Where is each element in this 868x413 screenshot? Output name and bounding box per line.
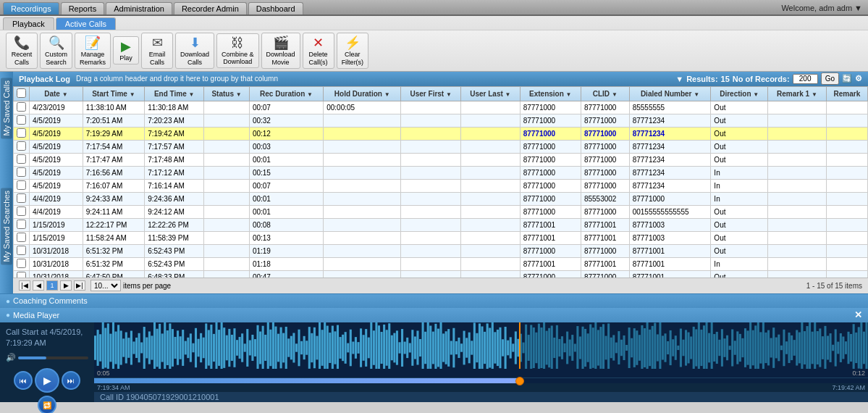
table-cell[interactable] [14,270,30,278]
tab-playback[interactable]: Playback [3,17,54,30]
nav-tab-reports[interactable]: Reports [61,2,105,14]
table-row[interactable]: 4/5/20197:20:51 AM7:20:23 AM00:328777100… [14,114,868,127]
coaching-panel[interactable]: ● Coaching Comments [0,293,868,308]
table-row[interactable]: 4/4/20199:24:33 AM9:24:36 AM00:018777100… [14,192,868,205]
row-checkbox[interactable] [17,180,26,190]
table-row[interactable]: 4/23/201911:38:10 AM11:30:18 AM00:0700:0… [14,101,868,114]
settings-icon[interactable]: ⚙ [855,74,862,83]
col-end-time[interactable]: End Time ▼ [145,86,204,101]
col-user-last[interactable]: User Last ▼ [461,86,520,101]
row-checkbox[interactable] [17,102,26,112]
delete-calls-button[interactable]: ✕ DeleteCall(s) [303,33,334,69]
progress-thumb[interactable] [515,377,524,385]
go-button[interactable]: Go [821,72,839,85]
table-row[interactable]: 4/5/20197:16:07 AM7:16:14 AM00:078777100… [14,179,868,192]
loop-button[interactable]: 🔁 [38,396,56,413]
table-cell[interactable] [14,244,30,257]
download-movie-button[interactable]: 🎬 DownloadMovie [261,33,300,69]
col-user-first[interactable]: User First ▼ [401,86,461,101]
first-page-button[interactable]: |◀ [19,280,30,291]
row-checkbox[interactable] [17,220,26,229]
table-cell[interactable] [14,166,30,179]
table-row[interactable]: 4/5/20197:19:29 AM7:19:42 AM00:128777100… [14,127,868,140]
row-checkbox[interactable] [17,246,26,255]
sidebar-item-my-saved-searches[interactable]: My Saved Searches [1,188,12,264]
col-dialed-number[interactable]: Dialed Number ▼ [629,86,711,101]
per-page-select[interactable]: 10... 25 50 100 [90,280,121,291]
col-rec-duration[interactable]: Rec Duration ▼ [249,86,323,101]
play-button[interactable]: ▶ Play [113,36,139,64]
table-scroll[interactable]: Date ▼ Start Time ▼ End Time ▼ Status ▼ … [13,86,868,278]
prev-button[interactable]: ⏮ [14,371,33,390]
table-row[interactable]: 1/15/201912:22:17 PM12:22:26 PM00:088777… [14,218,868,231]
filter-icon[interactable]: ▼ [675,75,683,83]
progress-bar[interactable] [94,377,868,383]
table-cell[interactable] [14,205,30,218]
table-cell[interactable] [14,114,30,127]
table-cell[interactable] [14,231,30,244]
row-checkbox[interactable] [17,272,26,278]
col-remark[interactable]: Remark [826,86,867,101]
last-page-button[interactable]: ▶| [74,280,85,291]
nav-tab-administration[interactable]: Administration [106,2,172,14]
table-cell[interactable] [14,218,30,231]
nav-tab-dashboard[interactable]: Dashboard [248,2,303,14]
table-cell[interactable] [14,127,30,140]
table-cell[interactable] [14,192,30,205]
col-hold-duration[interactable]: Hold Duration ▼ [324,86,401,101]
next-page-button[interactable]: ▶ [60,280,72,291]
clear-filters-button[interactable]: ⚡ ClearFilter(s) [337,33,369,69]
play-pause-button[interactable]: ▶ [35,368,59,393]
table-row[interactable]: 4/5/20197:17:47 AM7:17:48 AM00:018777100… [14,153,868,166]
download-calls-button[interactable]: ⬇ DownloadCalls [175,33,214,69]
row-checkbox[interactable] [17,206,26,216]
row-checkbox[interactable] [17,154,26,164]
svg-rect-156 [497,330,499,366]
waveform-display[interactable] [94,322,868,369]
table-row[interactable]: 10/31/20186:51:32 PM6:52:43 PM01:1987771… [14,244,868,257]
col-select[interactable] [14,86,30,101]
prev-page-button[interactable]: ◀ [33,280,44,291]
table-cell[interactable] [14,140,30,153]
row-checkbox[interactable] [17,128,26,138]
nav-tab-recordings[interactable]: Recordings [3,2,59,14]
next-button[interactable]: ⏭ [62,371,80,390]
col-direction[interactable]: Direction ▼ [711,86,768,101]
row-checkbox[interactable] [17,259,26,268]
recent-calls-button[interactable]: 📞 RecentCalls [6,33,38,69]
row-checkbox[interactable] [17,167,26,177]
table-row[interactable]: 1/15/201911:58:24 AM11:58:39 PM00:138777… [14,231,868,244]
table-row[interactable]: 10/31/20186:47:50 PM6:48:33 PM00:4787771… [14,270,868,278]
combine-download-button[interactable]: ⛓ Combine &Download [216,33,259,69]
col-start-time[interactable]: Start Time ▼ [83,86,144,101]
table-cell[interactable] [14,257,30,270]
row-checkbox[interactable] [17,141,26,151]
sidebar-item-my-saved-calls[interactable]: My Saved Calls [1,78,12,138]
manage-remarks-button[interactable]: 📝 ManageRemarks [75,33,111,69]
col-clid[interactable]: CLID ▼ [581,86,629,101]
no-of-records-input[interactable] [793,74,818,84]
page-1-button[interactable]: 1 [46,280,58,291]
table-row[interactable]: 4/5/20197:16:56 AM7:17:12 AM00:158777100… [14,166,868,179]
table-cell[interactable] [14,153,30,166]
table-cell[interactable] [14,179,30,192]
select-all-checkbox[interactable] [17,88,26,98]
row-checkbox[interactable] [17,233,26,242]
custom-search-button[interactable]: 🔍 CustomSearch [40,33,72,69]
volume-track[interactable] [18,356,88,359]
col-status[interactable]: Status ▼ [204,86,250,101]
table-row[interactable]: 4/5/20197:17:54 AM7:17:57 AM00:038777100… [14,140,868,153]
col-remark1[interactable]: Remark 1 ▼ [768,86,827,101]
col-date[interactable]: Date ▼ [30,86,83,101]
table-row[interactable]: 4/4/20199:24:11 AM9:24:12 AM00:018777100… [14,205,868,218]
nav-tab-recorder-admin[interactable]: Recorder Admin [174,2,247,14]
row-checkbox[interactable] [17,193,26,203]
tab-active-calls[interactable]: Active Calls [56,17,116,30]
table-row[interactable]: 10/31/20186:51:32 PM6:52:43 PM01:1887771… [14,257,868,270]
media-close-button[interactable]: ✕ [854,309,862,320]
col-extension[interactable]: Extension ▼ [520,86,581,101]
refresh-icon[interactable]: 🔄 [842,74,852,83]
row-checkbox[interactable] [17,115,26,125]
table-cell[interactable] [14,101,30,114]
email-calls-button[interactable]: ✉ EmailCalls [141,33,173,69]
